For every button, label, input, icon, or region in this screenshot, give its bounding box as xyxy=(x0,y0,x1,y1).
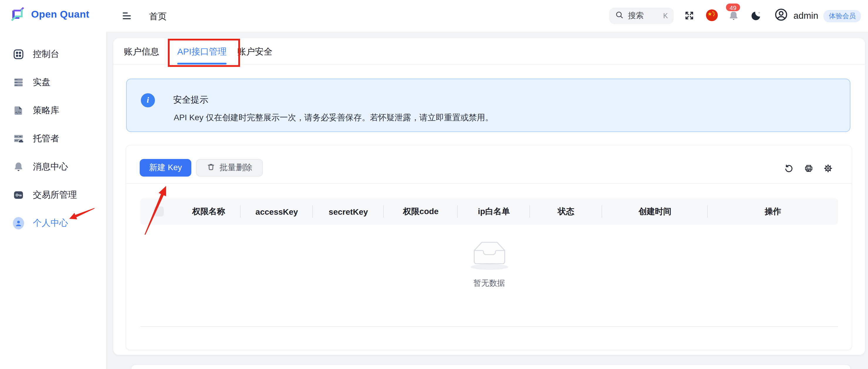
select-all-cell xyxy=(140,198,177,225)
col-actions: 操作 xyxy=(708,198,838,225)
col-created-time: 创建时间 xyxy=(602,198,708,225)
brand-name: Open Quant xyxy=(31,9,90,21)
brand-logo[interactable]: Open Quant xyxy=(9,5,90,25)
host-server-icon xyxy=(13,133,24,144)
empty-text: 暂无数据 xyxy=(473,278,505,289)
settings-gear-icon[interactable] xyxy=(824,164,833,173)
col-access-key: accessKey xyxy=(241,198,313,225)
select-all-checkbox[interactable] xyxy=(153,206,163,216)
sidebar-item-label: 策略库 xyxy=(33,105,59,116)
notification-bell-icon[interactable] xyxy=(728,10,740,22)
search-icon xyxy=(615,10,624,22)
col-permission-code: 权限code xyxy=(384,198,458,225)
dark-mode-moon-icon[interactable] xyxy=(750,10,762,22)
active-tab-underline xyxy=(177,63,226,64)
main-content: 账户信息 API接口管理 账户安全 i 安全提示 API Key 仅在创建时完整… xyxy=(107,32,868,369)
sidebar-item-label: 交易所管理 xyxy=(33,189,77,200)
bell-icon xyxy=(13,161,24,172)
notification-badge: 49 xyxy=(725,3,741,12)
sidebar-item-host[interactable]: 托管者 xyxy=(0,124,106,153)
servers-icon xyxy=(13,76,24,88)
tab-api-management[interactable]: API接口管理 xyxy=(177,38,226,64)
alert-title: 安全提示 xyxy=(173,95,208,106)
security-alert: i 安全提示 API Key 仅在创建时完整展示一次，请务必妥善保存。若怀疑泄露… xyxy=(126,78,850,132)
breadcrumb[interactable]: 首页 xyxy=(149,11,167,22)
empty-state: 暂无数据 xyxy=(140,233,838,289)
sidebar-item-console[interactable]: 控制台 xyxy=(0,40,106,68)
top-header: Open Quant 首页 搜索 K xyxy=(0,0,868,32)
tab-account-security[interactable]: 账户安全 xyxy=(237,38,272,64)
sidebar-item-label: 托管者 xyxy=(33,133,59,144)
profile-card: 账户信息 API接口管理 账户安全 i 安全提示 API Key 仅在创建时完整… xyxy=(113,38,865,355)
menu-collapse-icon[interactable] xyxy=(122,10,132,21)
membership-badge: 体验会员 xyxy=(824,10,861,22)
sidebar-item-label: 控制台 xyxy=(33,48,59,60)
app: Open Quant 首页 搜索 K xyxy=(0,0,868,369)
sidebar-item-label: 个人中心 xyxy=(33,217,68,229)
api-key-table-card: 新建 Key 批量删除 xyxy=(126,145,852,350)
dashboard-icon xyxy=(13,48,24,60)
username: admin xyxy=(794,10,818,21)
sidebar-item-label: 实盘 xyxy=(33,76,51,88)
brand-logo-icon xyxy=(9,5,26,25)
col-status: 状态 xyxy=(530,198,602,225)
trash-icon xyxy=(207,163,215,173)
table-header: 权限名称 accessKey secretKey 权限code ip白名单 状态… xyxy=(140,198,838,225)
empty-box-icon xyxy=(461,233,517,273)
svg-text:</>: </> xyxy=(15,110,21,114)
tabs-bar: 账户信息 API接口管理 账户安全 xyxy=(113,38,865,65)
alert-description: API Key 仅在创建时完整展示一次，请务必妥善保存。若怀疑泄露，请立即重置或… xyxy=(174,113,493,123)
col-secret-key: secretKey xyxy=(313,198,384,225)
search-placeholder: 搜索 xyxy=(628,10,644,21)
col-ip-whitelist: ip白名单 xyxy=(458,198,530,225)
table-bottom-divider xyxy=(140,326,838,327)
info-icon: i xyxy=(141,93,155,107)
print-icon[interactable] xyxy=(804,164,813,173)
search-input[interactable]: 搜索 K xyxy=(609,8,674,24)
avatar-icon xyxy=(774,8,788,24)
sidebar-item-label: 消息中心 xyxy=(33,161,68,172)
language-flag-icon[interactable] xyxy=(706,9,718,21)
key-icon xyxy=(13,189,24,200)
batch-delete-label: 批量删除 xyxy=(219,163,252,173)
sidebar-item-message-center[interactable]: 消息中心 xyxy=(0,153,106,181)
fullscreen-icon[interactable] xyxy=(684,10,695,22)
user-menu[interactable]: admin 体验会员 xyxy=(774,8,861,24)
sidebar: 控制台 实盘 xyxy=(0,0,107,369)
user-icon xyxy=(13,217,24,229)
sidebar-item-strategy-library[interactable]: </> 策略库 xyxy=(0,96,106,124)
batch-delete-button[interactable]: 批量删除 xyxy=(196,159,263,176)
tab-account-info[interactable]: 账户信息 xyxy=(124,38,159,64)
sidebar-item-personal-center[interactable]: 个人中心 xyxy=(0,209,106,237)
new-key-button[interactable]: 新建 Key xyxy=(140,159,191,176)
sidebar-item-live-trading[interactable]: 实盘 xyxy=(0,68,106,96)
search-shortcut: K xyxy=(663,12,668,20)
next-section-card xyxy=(131,364,851,369)
toolbar-divider xyxy=(126,183,851,183)
col-permission-name: 权限名称 xyxy=(177,198,241,225)
sidebar-item-exchange-management[interactable]: 交易所管理 xyxy=(0,181,106,209)
refresh-icon[interactable] xyxy=(784,164,794,173)
strategy-file-icon: </> xyxy=(13,105,24,116)
